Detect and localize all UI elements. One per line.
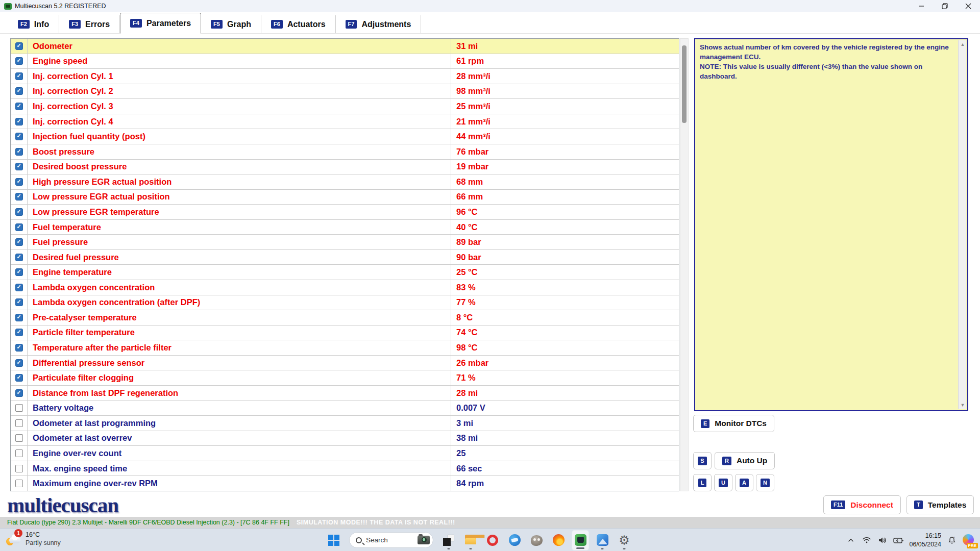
opera-icon[interactable]	[484, 530, 501, 550]
table-row[interactable]: Maximum engine over-rev RPM84 rpm	[11, 476, 679, 491]
multiecuscan-icon[interactable]	[572, 530, 589, 550]
volume-icon[interactable]	[877, 535, 888, 546]
row-checkbox[interactable]	[15, 374, 23, 382]
row-checkbox[interactable]	[15, 103, 23, 110]
table-row[interactable]: Boost pressure76 mbar	[11, 144, 679, 160]
table-row[interactable]: Injection fuel quantity (post)44 mm³/i	[11, 129, 679, 144]
row-checkbox[interactable]	[15, 87, 23, 95]
auto-up-button[interactable]: R Auto Up	[715, 452, 775, 469]
row-checkbox[interactable]	[15, 268, 23, 276]
firefox-icon[interactable]	[550, 530, 567, 550]
tab-adjustments[interactable]: F7Adjustments	[336, 15, 422, 33]
search-input[interactable]: Search	[349, 532, 433, 548]
wifi-icon[interactable]	[861, 535, 872, 546]
table-row[interactable]: Odometer31 mi	[11, 39, 679, 54]
row-checkbox[interactable]	[15, 178, 23, 186]
row-checkbox[interactable]	[15, 359, 23, 367]
tab-actuators[interactable]: F6Actuators	[261, 15, 336, 33]
chevron-up-icon[interactable]	[845, 535, 856, 546]
minimize-button[interactable]	[910, 0, 933, 12]
row-checkbox[interactable]	[15, 42, 23, 50]
table-row[interactable]: Particulate filter clogging71 %	[11, 370, 679, 386]
notification-bell-icon[interactable]: z	[946, 535, 958, 546]
table-row[interactable]: Fuel pressure89 bar	[11, 235, 679, 250]
row-checkbox[interactable]	[15, 419, 23, 427]
table-row[interactable]: Fuel temperature40 °C	[11, 220, 679, 235]
l-key-button[interactable]: L	[693, 474, 712, 491]
u-key-button[interactable]: U	[714, 474, 732, 491]
row-checkbox[interactable]	[15, 223, 23, 231]
row-checkbox[interactable]	[15, 238, 23, 246]
table-row[interactable]: Engine temperature25 °C	[11, 265, 679, 280]
row-checkbox[interactable]	[15, 163, 23, 170]
app-squares-icon[interactable]	[440, 530, 457, 550]
row-checkbox[interactable]	[15, 329, 23, 336]
table-row[interactable]: Low pressure EGR actual position66 mm	[11, 190, 679, 205]
table-row[interactable]: Odometer at last programming3 mi	[11, 416, 679, 431]
table-row[interactable]: Inj. correction Cyl. 128 mm³/i	[11, 69, 679, 84]
gimp-icon[interactable]	[528, 530, 545, 550]
row-checkbox[interactable]	[15, 208, 23, 216]
row-checkbox[interactable]	[15, 389, 23, 397]
table-row[interactable]: Engine speed61 rpm	[11, 54, 679, 69]
tab-parameters[interactable]: F4Parameters	[120, 13, 201, 34]
row-checkbox[interactable]	[15, 148, 23, 156]
table-row[interactable]: Desired fuel pressure90 bar	[11, 250, 679, 265]
row-checkbox[interactable]	[15, 254, 23, 261]
row-checkbox[interactable]	[15, 404, 23, 412]
monitor-dtcs-button[interactable]: E Monitor DTCs	[693, 415, 774, 432]
s-key-button[interactable]: S	[693, 452, 712, 469]
thunderbird-icon[interactable]	[506, 530, 523, 550]
table-scrollbar-thumb[interactable]	[682, 45, 687, 123]
scroll-down-icon[interactable]: ▼	[959, 401, 967, 409]
scroll-up-icon[interactable]: ▲	[959, 40, 967, 48]
tab-info[interactable]: F2Info	[8, 15, 59, 33]
row-checkbox[interactable]	[15, 314, 23, 321]
start-button[interactable]	[325, 530, 342, 550]
templates-button[interactable]: T Templates	[906, 495, 974, 514]
row-checkbox[interactable]	[15, 434, 23, 442]
photos-icon[interactable]	[594, 530, 611, 550]
camera-icon[interactable]	[418, 536, 430, 544]
clock[interactable]: 16:15 06/05/2024	[909, 532, 941, 548]
row-checkbox[interactable]	[15, 344, 23, 352]
row-checkbox[interactable]	[15, 284, 23, 291]
table-row[interactable]: High pressure EGR actual position68 mm	[11, 174, 679, 190]
tab-errors[interactable]: F3Errors	[59, 15, 120, 33]
table-row[interactable]: Engine over-rev count25	[11, 446, 679, 461]
table-row[interactable]: Particle filter temperature74 °C	[11, 325, 679, 341]
row-checkbox[interactable]	[15, 480, 23, 487]
table-row[interactable]: Lambda oxygen concentration83 %	[11, 280, 679, 295]
row-checkbox[interactable]	[15, 133, 23, 140]
row-checkbox[interactable]	[15, 193, 23, 201]
copilot-icon[interactable]: PRE	[963, 534, 975, 546]
table-row[interactable]: Lambda oxygen concentration (after DPF)7…	[11, 295, 679, 311]
table-row[interactable]: Inj. correction Cyl. 421 mm³/i	[11, 114, 679, 130]
table-row[interactable]: Max. engine speed time66 sec	[11, 461, 679, 477]
restore-button[interactable]	[933, 0, 957, 12]
table-scrollbar[interactable]	[680, 38, 689, 491]
close-button[interactable]	[957, 0, 980, 12]
row-checkbox[interactable]	[15, 118, 23, 126]
description-scrollbar[interactable]: ▲ ▼	[958, 40, 966, 409]
disconnect-button[interactable]: F11 Disconnect	[823, 495, 901, 514]
table-row[interactable]: Odometer at last overrev38 mi	[11, 431, 679, 446]
table-row[interactable]: Differential pressure sensor26 mbar	[11, 356, 679, 371]
weather-widget[interactable]: 1 16°C Partly sunny	[5, 531, 61, 547]
table-row[interactable]: Low pressure EGR temperature96 °C	[11, 205, 679, 220]
table-row[interactable]: Battery voltage0.007 V	[11, 401, 679, 416]
file-explorer-icon[interactable]	[462, 530, 479, 550]
row-checkbox[interactable]	[15, 72, 23, 80]
settings-icon[interactable]: ⚙	[616, 530, 633, 550]
a-key-button[interactable]: A	[735, 474, 753, 491]
table-row[interactable]: Inj. correction Cyl. 325 mm³/i	[11, 99, 679, 114]
row-checkbox[interactable]	[15, 298, 23, 306]
row-checkbox[interactable]	[15, 449, 23, 457]
tab-graph[interactable]: F5Graph	[201, 15, 261, 33]
table-row[interactable]: Inj. correction Cyl. 298 mm³/i	[11, 84, 679, 99]
n-key-button[interactable]: N	[756, 474, 774, 491]
table-row[interactable]: Temperature after the particle filter98 …	[11, 340, 679, 356]
table-row[interactable]: Distance from last DPF regeneration28 mi	[11, 386, 679, 401]
table-row[interactable]: Pre-catalyser temperature8 °C	[11, 310, 679, 325]
table-row[interactable]: Desired boost pressure19 mbar	[11, 160, 679, 175]
